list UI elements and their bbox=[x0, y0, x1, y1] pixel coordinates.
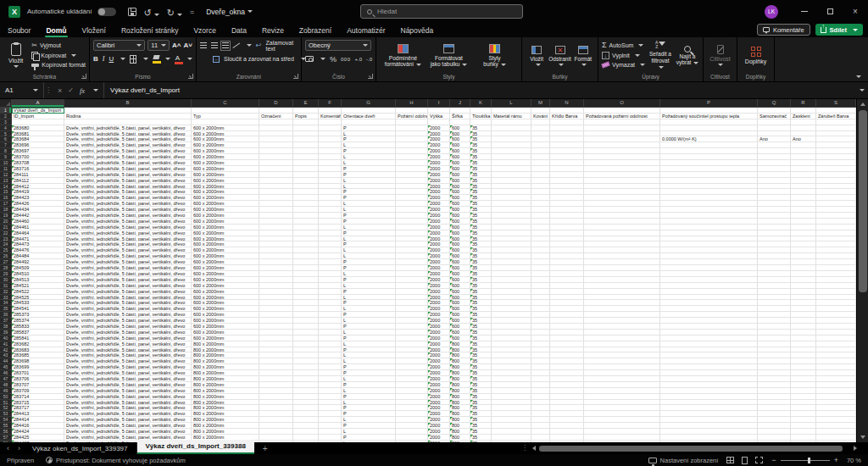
paste-button[interactable]: Vložit bbox=[3, 40, 28, 71]
grid-cell[interactable] bbox=[319, 178, 342, 184]
grid-cell[interactable] bbox=[396, 142, 428, 148]
scroll-up-icon[interactable] bbox=[860, 103, 865, 106]
grid-cell[interactable] bbox=[492, 352, 531, 358]
grid-cell[interactable] bbox=[660, 324, 758, 330]
grid-cell[interactable] bbox=[550, 330, 584, 336]
grid-cell[interactable] bbox=[259, 382, 293, 388]
grid-cell[interactable] bbox=[293, 230, 319, 236]
grid-cell[interactable] bbox=[791, 423, 816, 429]
tloustka-cell[interactable]: 35 bbox=[470, 330, 492, 336]
grid-cell[interactable] bbox=[550, 247, 584, 253]
grid-cell[interactable] bbox=[319, 347, 342, 353]
grid-cell[interactable] bbox=[660, 195, 758, 201]
ribbon-tab-nápověda[interactable]: Nápověda bbox=[393, 23, 442, 37]
sirka-cell[interactable]: 600 bbox=[450, 195, 470, 201]
grid-cell[interactable] bbox=[816, 219, 856, 225]
grid-cell[interactable] bbox=[531, 295, 550, 301]
grid-cell[interactable] bbox=[319, 259, 342, 265]
grid-cell[interactable] bbox=[396, 358, 428, 364]
rodina-cell[interactable]: Dveře, vnitřní, jednokřídlé, 5 částí, pa… bbox=[64, 283, 192, 289]
rodina-cell[interactable]: Dveře, vnitřní, jednokřídlé, 5 částí, pa… bbox=[64, 219, 192, 225]
grid-cell[interactable] bbox=[791, 219, 816, 225]
rodina-cell[interactable]: Dveře, vnitřní, jednokřídlé, 5 částí, pa… bbox=[64, 265, 192, 271]
id-cell[interactable]: 284112 bbox=[12, 178, 64, 184]
borders-button[interactable] bbox=[130, 55, 136, 64]
tloustka-cell[interactable]: 35 bbox=[470, 172, 492, 178]
orientace-cell[interactable]: P bbox=[342, 405, 396, 411]
rodina-cell[interactable]: Dveře, vnitřní, jednokřídlé, 5 částí, pa… bbox=[64, 271, 192, 277]
grid-cell[interactable] bbox=[550, 271, 584, 277]
orientace-cell[interactable]: L bbox=[342, 247, 396, 253]
column-header-S[interactable]: S bbox=[816, 99, 856, 108]
grid-cell[interactable] bbox=[259, 142, 293, 148]
cut-button[interactable]: ✂Vyjmout bbox=[31, 41, 86, 50]
grid-cell[interactable] bbox=[396, 172, 428, 178]
grid-cell[interactable] bbox=[758, 148, 791, 154]
grid-cell[interactable] bbox=[492, 142, 531, 148]
grid-cell[interactable] bbox=[531, 382, 550, 388]
grid-cell[interactable] bbox=[492, 423, 531, 429]
vyska-cell[interactable]: 2000 bbox=[428, 358, 450, 364]
rodina-cell[interactable]: Dveře, vnitřní, jednokřídlé, 5 částí, pa… bbox=[64, 405, 192, 411]
id-cell[interactable]: 283706 bbox=[12, 376, 64, 382]
grid-cell[interactable] bbox=[259, 400, 293, 406]
tloustka-cell[interactable]: 35 bbox=[470, 318, 492, 324]
grid-cell[interactable] bbox=[396, 318, 428, 324]
grid-cell[interactable] bbox=[492, 382, 531, 388]
grid-cell[interactable] bbox=[259, 136, 293, 142]
grid-cell[interactable] bbox=[531, 283, 550, 289]
grid-cell[interactable] bbox=[396, 382, 428, 388]
format-painter-button[interactable]: Kopírovat formát bbox=[31, 60, 86, 69]
grid-cell[interactable] bbox=[550, 358, 584, 364]
grid-cell[interactable] bbox=[791, 108, 816, 114]
sirka-cell[interactable]: 800 bbox=[450, 435, 470, 441]
grid-cell[interactable] bbox=[293, 213, 319, 219]
grid-cell[interactable] bbox=[492, 236, 531, 242]
orientace-cell[interactable]: P bbox=[342, 259, 396, 265]
grid-cell[interactable] bbox=[584, 142, 660, 148]
sirka-cell[interactable]: 600 bbox=[450, 324, 470, 330]
grid-cell[interactable] bbox=[396, 213, 428, 219]
grid-cell[interactable] bbox=[319, 160, 342, 166]
row-header-21[interactable]: 21 bbox=[0, 225, 12, 230]
tloustka-cell[interactable]: 35 bbox=[470, 142, 492, 148]
grid-cell[interactable] bbox=[259, 429, 293, 435]
orientace-cell[interactable]: P bbox=[342, 219, 396, 225]
grid-cell[interactable] bbox=[758, 253, 791, 259]
grid-cell[interactable] bbox=[660, 411, 758, 417]
grid-cell[interactable] bbox=[531, 247, 550, 253]
sirka-cell[interactable]: 600 bbox=[450, 330, 470, 336]
grid-cell[interactable] bbox=[396, 119, 428, 125]
column-header-D[interactable]: D bbox=[259, 99, 293, 108]
grid-cell[interactable] bbox=[492, 388, 531, 394]
sirka-cell[interactable]: 600 bbox=[450, 283, 470, 289]
grid-cell[interactable] bbox=[492, 324, 531, 330]
vyska-cell[interactable]: 2000 bbox=[428, 178, 450, 184]
typ-cell[interactable]: 600 x 2000mm bbox=[192, 172, 259, 178]
grid-cell[interactable] bbox=[293, 247, 319, 253]
row-header-46[interactable]: 46 bbox=[0, 370, 12, 376]
grid-cell[interactable] bbox=[660, 259, 758, 265]
grid-cell[interactable] bbox=[816, 283, 856, 289]
typ-cell[interactable]: 800 x 2000mm bbox=[192, 352, 259, 358]
sirka-cell[interactable]: 600 bbox=[450, 142, 470, 148]
vyska-cell[interactable]: 2000 bbox=[428, 148, 450, 154]
grid-cell[interactable] bbox=[293, 382, 319, 388]
grid-cell[interactable] bbox=[660, 352, 758, 358]
grid-cell[interactable] bbox=[531, 184, 550, 190]
grid-cell[interactable] bbox=[550, 341, 584, 347]
vyska-cell[interactable]: 2000 bbox=[428, 423, 450, 429]
grid-cell[interactable] bbox=[816, 259, 856, 265]
grid-cell[interactable] bbox=[259, 241, 293, 247]
grid-cell[interactable] bbox=[816, 253, 856, 259]
grid-cell[interactable] bbox=[319, 306, 342, 312]
rodina-cell[interactable]: Dveře, vnitřní, jednokřídlé, 5 částí, pa… bbox=[64, 136, 192, 142]
grid-cell[interactable] bbox=[660, 300, 758, 306]
grid-cell[interactable] bbox=[816, 213, 856, 219]
tloustka-cell[interactable]: 35 bbox=[470, 241, 492, 247]
grid-cell[interactable] bbox=[492, 394, 531, 400]
grid-cell[interactable] bbox=[758, 283, 791, 289]
typ-cell[interactable]: 600 x 2000mm bbox=[192, 330, 259, 336]
grid-cell[interactable] bbox=[396, 184, 428, 190]
italic-button[interactable]: I bbox=[103, 55, 105, 63]
